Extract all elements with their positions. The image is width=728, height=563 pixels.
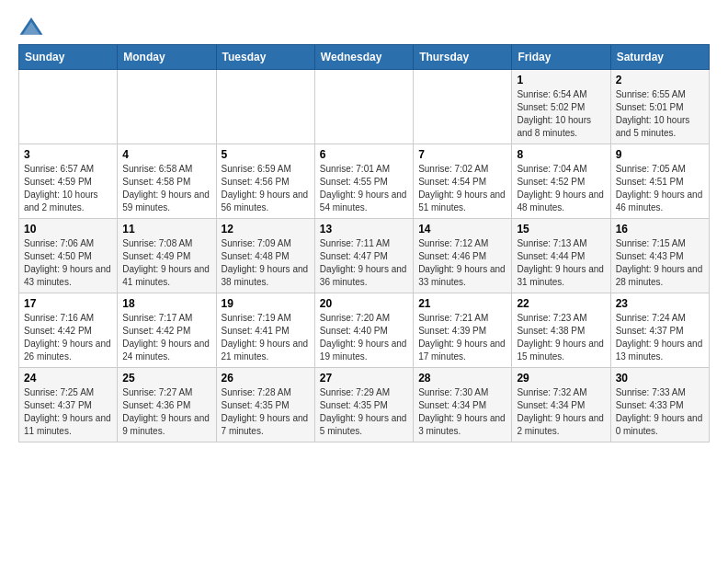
calendar-cell: 14Sunrise: 7:12 AMSunset: 4:46 PMDayligh…	[414, 219, 512, 293]
calendar-week-4: 17Sunrise: 7:16 AMSunset: 4:42 PMDayligh…	[19, 293, 710, 368]
day-number: 16	[616, 223, 704, 236]
day-number: 22	[517, 297, 605, 310]
calendar-cell: 24Sunrise: 7:25 AMSunset: 4:37 PMDayligh…	[19, 368, 118, 442]
day-detail: Sunrise: 7:09 AMSunset: 4:48 PMDaylight:…	[222, 237, 310, 289]
logo	[18, 15, 48, 40]
day-detail: Sunrise: 6:58 AMSunset: 4:58 PMDaylight:…	[122, 163, 210, 214]
calendar-cell: 28Sunrise: 7:30 AMSunset: 4:34 PMDayligh…	[414, 368, 512, 442]
day-number: 7	[418, 148, 506, 161]
calendar-cell: 17Sunrise: 7:16 AMSunset: 4:42 PMDayligh…	[19, 293, 118, 368]
calendar-cell: 12Sunrise: 7:09 AMSunset: 4:48 PMDayligh…	[216, 219, 314, 293]
day-number: 28	[418, 372, 506, 385]
calendar-cell: 1Sunrise: 6:54 AMSunset: 5:02 PMDaylight…	[512, 70, 610, 144]
day-number: 11	[122, 223, 210, 236]
day-detail: Sunrise: 6:54 AMSunset: 5:02 PMDaylight:…	[517, 88, 605, 140]
calendar-table: SundayMondayTuesdayWednesdayThursdayFrid…	[18, 44, 710, 442]
calendar-cell: 29Sunrise: 7:32 AMSunset: 4:34 PMDayligh…	[512, 368, 610, 442]
day-detail: Sunrise: 7:17 AMSunset: 4:42 PMDaylight:…	[122, 312, 210, 363]
day-number: 29	[517, 372, 605, 385]
day-detail: Sunrise: 7:21 AMSunset: 4:39 PMDaylight:…	[418, 312, 506, 363]
calendar-cell	[314, 70, 413, 144]
day-detail: Sunrise: 7:13 AMSunset: 4:44 PMDaylight:…	[517, 237, 605, 289]
calendar-cell: 15Sunrise: 7:13 AMSunset: 4:44 PMDayligh…	[512, 219, 610, 293]
column-header-thursday: Thursday	[414, 45, 512, 70]
column-header-sunday: Sunday	[19, 45, 118, 70]
calendar-cell: 27Sunrise: 7:29 AMSunset: 4:35 PMDayligh…	[314, 368, 413, 442]
day-number: 24	[24, 372, 112, 385]
day-detail: Sunrise: 6:55 AMSunset: 5:01 PMDaylight:…	[616, 88, 704, 140]
day-detail: Sunrise: 7:08 AMSunset: 4:49 PMDaylight:…	[122, 237, 210, 289]
day-detail: Sunrise: 7:19 AMSunset: 4:41 PMDaylight:…	[222, 312, 310, 363]
column-header-wednesday: Wednesday	[314, 45, 413, 70]
column-header-row: SundayMondayTuesdayWednesdayThursdayFrid…	[19, 45, 710, 70]
day-number: 14	[418, 223, 506, 236]
page-header	[18, 15, 710, 40]
calendar-cell: 13Sunrise: 7:11 AMSunset: 4:47 PMDayligh…	[314, 219, 413, 293]
calendar-cell	[216, 70, 314, 144]
calendar-week-2: 3Sunrise: 6:57 AMSunset: 4:59 PMDaylight…	[19, 144, 710, 219]
day-number: 5	[222, 148, 310, 161]
calendar-cell: 2Sunrise: 6:55 AMSunset: 5:01 PMDaylight…	[610, 70, 709, 144]
day-number: 9	[616, 148, 704, 161]
day-detail: Sunrise: 7:27 AMSunset: 4:36 PMDaylight:…	[122, 386, 210, 438]
calendar-cell	[19, 70, 118, 144]
day-number: 4	[122, 148, 210, 161]
calendar-cell: 8Sunrise: 7:04 AMSunset: 4:52 PMDaylight…	[512, 144, 610, 219]
day-number: 13	[320, 223, 408, 236]
calendar-cell: 20Sunrise: 7:20 AMSunset: 4:40 PMDayligh…	[314, 293, 413, 368]
day-detail: Sunrise: 7:24 AMSunset: 4:37 PMDaylight:…	[616, 312, 704, 363]
calendar-cell: 18Sunrise: 7:17 AMSunset: 4:42 PMDayligh…	[118, 293, 216, 368]
calendar-cell: 11Sunrise: 7:08 AMSunset: 4:49 PMDayligh…	[118, 219, 216, 293]
calendar-cell: 21Sunrise: 7:21 AMSunset: 4:39 PMDayligh…	[414, 293, 512, 368]
day-number: 3	[24, 148, 112, 161]
day-detail: Sunrise: 7:25 AMSunset: 4:37 PMDaylight:…	[24, 386, 112, 438]
logo-icon	[18, 15, 44, 40]
day-number: 15	[517, 223, 605, 236]
day-detail: Sunrise: 7:32 AMSunset: 4:34 PMDaylight:…	[517, 386, 605, 438]
day-number: 19	[222, 297, 310, 310]
calendar-cell: 5Sunrise: 6:59 AMSunset: 4:56 PMDaylight…	[216, 144, 314, 219]
day-number: 25	[122, 372, 210, 385]
calendar-cell: 3Sunrise: 6:57 AMSunset: 4:59 PMDaylight…	[19, 144, 118, 219]
column-header-tuesday: Tuesday	[216, 45, 314, 70]
column-header-friday: Friday	[512, 45, 610, 70]
day-detail: Sunrise: 7:11 AMSunset: 4:47 PMDaylight:…	[320, 237, 408, 289]
calendar-cell: 10Sunrise: 7:06 AMSunset: 4:50 PMDayligh…	[19, 219, 118, 293]
day-detail: Sunrise: 6:57 AMSunset: 4:59 PMDaylight:…	[24, 163, 112, 214]
column-header-monday: Monday	[118, 45, 216, 70]
calendar-week-3: 10Sunrise: 7:06 AMSunset: 4:50 PMDayligh…	[19, 219, 710, 293]
calendar-cell: 4Sunrise: 6:58 AMSunset: 4:58 PMDaylight…	[118, 144, 216, 219]
calendar-cell: 23Sunrise: 7:24 AMSunset: 4:37 PMDayligh…	[610, 293, 709, 368]
calendar-body: 1Sunrise: 6:54 AMSunset: 5:02 PMDaylight…	[19, 70, 710, 442]
day-number: 17	[24, 297, 112, 310]
calendar-cell: 9Sunrise: 7:05 AMSunset: 4:51 PMDaylight…	[610, 144, 709, 219]
day-detail: Sunrise: 7:20 AMSunset: 4:40 PMDaylight:…	[320, 312, 408, 363]
column-header-saturday: Saturday	[610, 45, 709, 70]
calendar-cell: 16Sunrise: 7:15 AMSunset: 4:43 PMDayligh…	[610, 219, 709, 293]
day-detail: Sunrise: 7:33 AMSunset: 4:33 PMDaylight:…	[616, 386, 704, 438]
calendar-week-1: 1Sunrise: 6:54 AMSunset: 5:02 PMDaylight…	[19, 70, 710, 144]
day-number: 21	[418, 297, 506, 310]
day-number: 30	[616, 372, 704, 385]
day-detail: Sunrise: 6:59 AMSunset: 4:56 PMDaylight:…	[222, 163, 310, 214]
day-detail: Sunrise: 7:04 AMSunset: 4:52 PMDaylight:…	[517, 163, 605, 214]
day-detail: Sunrise: 7:02 AMSunset: 4:54 PMDaylight:…	[418, 163, 506, 214]
day-detail: Sunrise: 7:16 AMSunset: 4:42 PMDaylight:…	[24, 312, 112, 363]
calendar-cell	[414, 70, 512, 144]
calendar-cell: 7Sunrise: 7:02 AMSunset: 4:54 PMDaylight…	[414, 144, 512, 219]
day-number: 1	[517, 74, 605, 86]
day-detail: Sunrise: 7:29 AMSunset: 4:35 PMDaylight:…	[320, 386, 408, 438]
calendar-cell	[118, 70, 216, 144]
calendar-cell: 19Sunrise: 7:19 AMSunset: 4:41 PMDayligh…	[216, 293, 314, 368]
calendar-cell: 6Sunrise: 7:01 AMSunset: 4:55 PMDaylight…	[314, 144, 413, 219]
day-detail: Sunrise: 7:30 AMSunset: 4:34 PMDaylight:…	[418, 386, 506, 438]
calendar-week-5: 24Sunrise: 7:25 AMSunset: 4:37 PMDayligh…	[19, 368, 710, 442]
calendar-cell: 25Sunrise: 7:27 AMSunset: 4:36 PMDayligh…	[118, 368, 216, 442]
day-detail: Sunrise: 7:15 AMSunset: 4:43 PMDaylight:…	[616, 237, 704, 289]
calendar-cell: 22Sunrise: 7:23 AMSunset: 4:38 PMDayligh…	[512, 293, 610, 368]
day-number: 26	[222, 372, 310, 385]
day-detail: Sunrise: 7:06 AMSunset: 4:50 PMDaylight:…	[24, 237, 112, 289]
day-number: 23	[616, 297, 704, 310]
day-number: 8	[517, 148, 605, 161]
day-number: 12	[222, 223, 310, 236]
